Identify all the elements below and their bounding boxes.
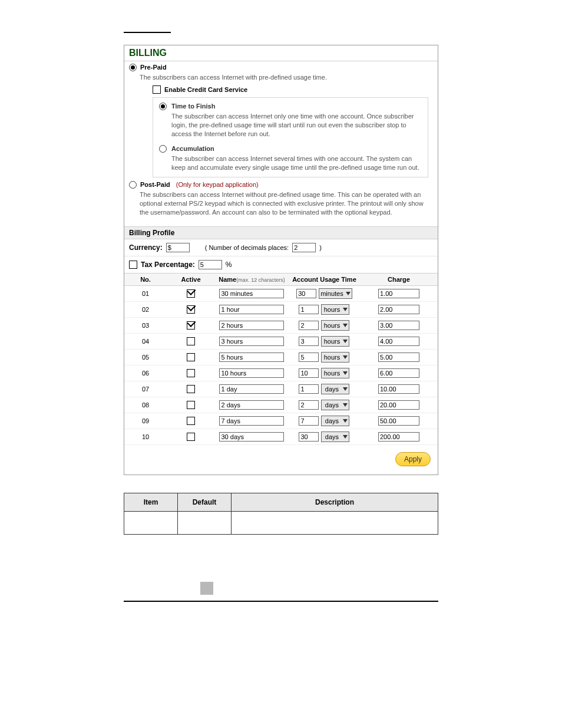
charge-input[interactable]	[378, 321, 419, 330]
usage-unit-select[interactable]: days	[321, 384, 349, 394]
cell-active	[167, 301, 215, 317]
cell-charge	[360, 349, 438, 365]
postpaid-radio[interactable]	[129, 181, 137, 189]
active-checkbox[interactable]	[187, 289, 195, 298]
usage-unit-select[interactable]: hours	[321, 304, 349, 315]
usage-qty-input[interactable]	[299, 384, 319, 394]
cell-usage: days	[289, 413, 360, 429]
tax-label: Tax Percentage:	[141, 261, 195, 269]
active-checkbox[interactable]	[187, 401, 195, 409]
active-checkbox[interactable]	[187, 417, 195, 425]
cell-no: 08	[124, 397, 167, 413]
name-input[interactable]	[219, 337, 284, 346]
usage-qty-input[interactable]	[299, 432, 319, 442]
usage-unit-select[interactable]: hours	[321, 352, 349, 363]
table-row: 03hours	[124, 317, 438, 333]
usage-unit-select[interactable]: minutes	[319, 288, 352, 299]
charge-input[interactable]	[378, 353, 419, 362]
decorative-square	[200, 582, 213, 595]
tax-input[interactable]	[199, 260, 222, 269]
cell-name	[215, 381, 289, 397]
cell-charge	[360, 397, 438, 413]
desc-row-empty	[124, 511, 438, 534]
usage-qty-input[interactable]	[299, 400, 319, 410]
cell-active	[167, 317, 215, 333]
name-input[interactable]	[219, 384, 284, 394]
name-input[interactable]	[219, 305, 284, 314]
cell-charge	[360, 365, 438, 381]
active-checkbox[interactable]	[187, 433, 195, 441]
usage-qty-input[interactable]	[299, 305, 319, 314]
charge-input[interactable]	[378, 289, 419, 298]
usage-qty-input[interactable]	[299, 368, 319, 378]
col-no: No.	[124, 273, 167, 285]
name-input[interactable]	[219, 321, 284, 330]
charge-input[interactable]	[378, 416, 419, 426]
postpaid-desc: The subscribers can access Internet with…	[140, 190, 433, 217]
name-input[interactable]	[219, 353, 284, 362]
accumulation-radio[interactable]	[159, 145, 167, 153]
cell-active	[167, 429, 215, 444]
charge-input[interactable]	[378, 337, 419, 346]
cell-name	[215, 365, 289, 381]
cell-active	[167, 365, 215, 381]
charge-input[interactable]	[378, 368, 419, 378]
cell-no: 04	[124, 333, 167, 349]
postpaid-label: Post-Paid	[140, 181, 170, 188]
cell-name	[215, 317, 289, 333]
apply-button[interactable]: Apply	[395, 452, 431, 466]
tax-suffix: %	[226, 261, 232, 269]
table-row: 09days	[124, 413, 438, 429]
cell-active	[167, 349, 215, 365]
cell-no: 07	[124, 381, 167, 397]
panel-title: BILLING	[124, 45, 438, 61]
usage-unit-select[interactable]: hours	[321, 336, 349, 347]
prepaid-radio[interactable]	[129, 64, 137, 71]
usage-unit-select[interactable]: hours	[321, 368, 349, 378]
cell-name	[215, 429, 289, 444]
time-to-finish-radio[interactable]	[159, 103, 167, 110]
col-name-sub: (max. 12 characters)	[236, 277, 285, 283]
charge-input[interactable]	[378, 305, 419, 314]
name-input[interactable]	[219, 432, 284, 442]
active-checkbox[interactable]	[187, 305, 195, 314]
tax-checkbox[interactable]	[129, 261, 137, 269]
usage-qty-input[interactable]	[299, 321, 319, 330]
currency-input[interactable]	[166, 243, 190, 252]
cell-usage: hours	[289, 349, 360, 365]
name-input[interactable]	[219, 400, 284, 410]
usage-unit-select[interactable]: hours	[321, 320, 349, 331]
name-input[interactable]	[219, 289, 284, 298]
col-name: Name(max. 12 characters)	[215, 273, 289, 285]
active-checkbox[interactable]	[187, 321, 195, 330]
th-description: Description	[232, 493, 438, 511]
usage-unit-select[interactable]: days	[321, 400, 349, 410]
charge-input[interactable]	[378, 400, 419, 410]
cell-no: 06	[124, 365, 167, 381]
usage-qty-input[interactable]	[299, 416, 319, 426]
active-checkbox[interactable]	[187, 337, 195, 345]
credit-card-checkbox[interactable]	[153, 85, 161, 94]
cell-usage: days	[289, 381, 360, 397]
usage-qty-input[interactable]	[299, 353, 319, 362]
active-checkbox[interactable]	[187, 369, 195, 377]
usage-unit-select[interactable]: days	[321, 416, 349, 426]
usage-qty-input[interactable]	[296, 289, 316, 298]
table-row: 10days	[124, 429, 438, 444]
cell-usage: hours	[289, 333, 360, 349]
usage-unit-select[interactable]: days	[321, 431, 349, 442]
active-checkbox[interactable]	[187, 353, 195, 361]
charge-input[interactable]	[378, 432, 419, 442]
cell-active	[167, 381, 215, 397]
cell-no: 10	[124, 429, 167, 444]
cell-charge	[360, 285, 438, 301]
table-row: 07days	[124, 381, 438, 397]
active-checkbox[interactable]	[187, 385, 195, 393]
name-input[interactable]	[219, 368, 284, 378]
charge-input[interactable]	[378, 384, 419, 394]
usage-qty-input[interactable]	[299, 337, 319, 346]
cell-active	[167, 333, 215, 349]
decimals-input[interactable]	[292, 243, 316, 252]
prepaid-description: The subscribers can access Internet with…	[140, 73, 433, 82]
name-input[interactable]	[219, 416, 284, 426]
